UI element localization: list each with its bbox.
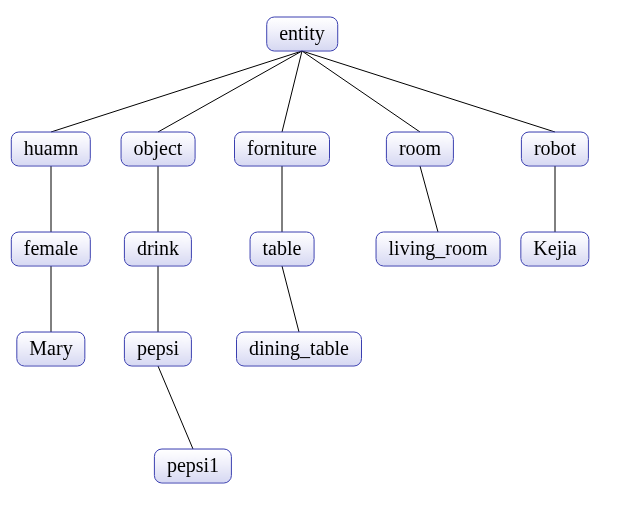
tree-node-forniture: forniture bbox=[234, 132, 330, 167]
tree-diagram: entityhuamnobjectfornitureroomrobotfemal… bbox=[0, 0, 640, 514]
tree-node-dining_table: dining_table bbox=[236, 332, 362, 367]
tree-node-room: room bbox=[386, 132, 454, 167]
tree-node-huamn: huamn bbox=[11, 132, 91, 167]
tree-node-table: table bbox=[250, 232, 315, 267]
edge-entity-huamn bbox=[51, 51, 302, 132]
edge-pepsi-pepsi1 bbox=[158, 366, 193, 449]
edge-entity-forniture bbox=[282, 51, 302, 132]
tree-node-mary: Mary bbox=[16, 332, 85, 367]
edge-room-living_room bbox=[420, 166, 438, 232]
tree-node-female: female bbox=[11, 232, 91, 267]
edge-entity-room bbox=[302, 51, 420, 132]
edge-entity-robot bbox=[302, 51, 555, 132]
tree-node-object: object bbox=[121, 132, 196, 167]
edge-entity-object bbox=[158, 51, 302, 132]
edge-table-dining_table bbox=[282, 266, 299, 332]
tree-node-living_room: living_room bbox=[376, 232, 501, 267]
tree-node-kejia: Kejia bbox=[520, 232, 589, 267]
tree-node-pepsi1: pepsi1 bbox=[154, 449, 232, 484]
tree-node-robot: robot bbox=[521, 132, 589, 167]
tree-node-drink: drink bbox=[124, 232, 192, 267]
tree-node-pepsi: pepsi bbox=[124, 332, 192, 367]
tree-node-entity: entity bbox=[266, 17, 338, 52]
